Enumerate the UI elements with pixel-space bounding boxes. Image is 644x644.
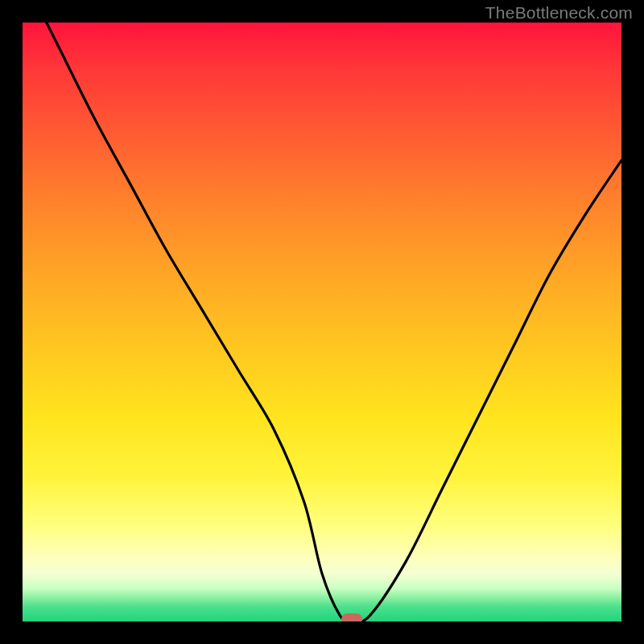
chart-frame: TheBottleneck.com xyxy=(0,0,644,644)
attribution-text: TheBottleneck.com xyxy=(485,3,633,23)
bottleneck-curve xyxy=(23,23,621,621)
plot-area xyxy=(23,23,621,621)
optimal-marker xyxy=(341,613,362,621)
